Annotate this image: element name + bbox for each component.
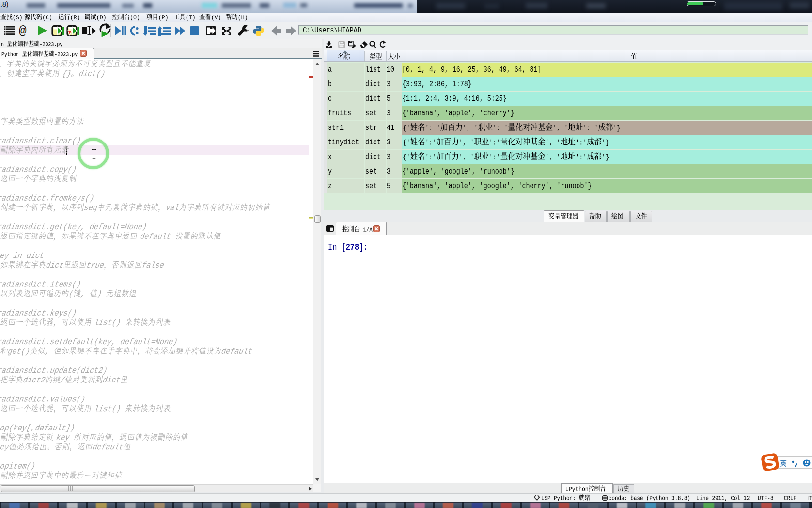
svg-text:@: @: [19, 24, 27, 38]
